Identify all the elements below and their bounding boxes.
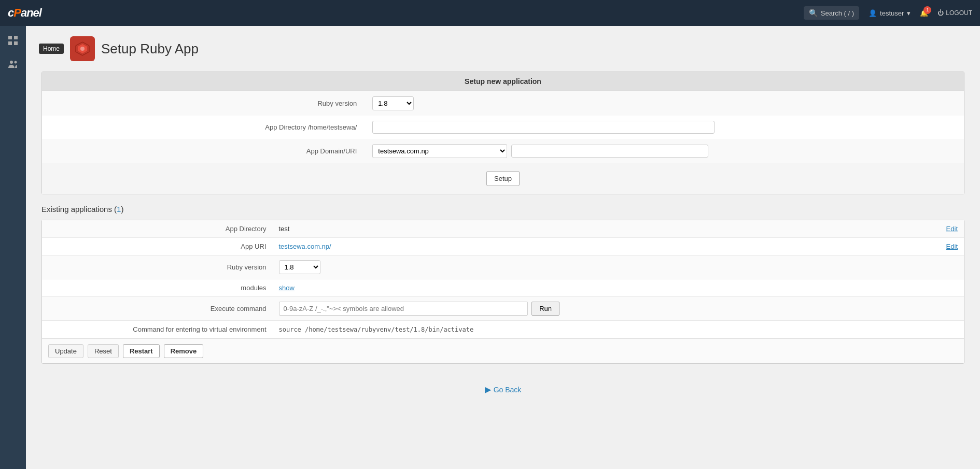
sidebar-grid-icon[interactable]: [4, 31, 22, 50]
setup-button[interactable]: Setup: [486, 171, 520, 186]
setup-panel: Setup new application Ruby version 1.8 2…: [41, 72, 964, 194]
sidebar-users-icon[interactable]: [4, 55, 22, 74]
existing-apps-count[interactable]: 1: [117, 205, 121, 214]
setup-button-row: Setup: [42, 163, 964, 194]
venv-value-cell: source /home/testsewa/rubyvenv/test/1.8/…: [273, 321, 964, 338]
ruby-version-existing-row: Ruby version 1.8 2.0 2.1: [42, 255, 964, 279]
update-button[interactable]: Update: [48, 344, 83, 358]
modules-show-link[interactable]: show: [279, 284, 295, 292]
execute-action-cell: [912, 297, 964, 321]
app-domain-value-cell: testsewa.com.np: [365, 139, 964, 163]
search-box[interactable]: 🔍 Search ( / ): [804, 6, 859, 20]
ruby-version-value-cell: 1.8 2.0 2.1 2.2 2.3: [365, 91, 964, 116]
top-navigation: cPanel 🔍 Search ( / ) 👤 testuser ▾ 🔔 1 ⏻…: [0, 0, 980, 26]
app-dir-row-label: App Directory: [42, 220, 273, 238]
logout-label: LOGOUT: [946, 9, 972, 17]
app-directory-row: App Directory /home/testsewa/: [42, 116, 964, 139]
go-back-area: ▶ Go Back: [41, 374, 964, 405]
notification-bell[interactable]: 🔔 1: [920, 9, 928, 17]
svg-point-8: [80, 47, 85, 51]
venv-text: source /home/testsewa/rubyvenv/test/1.8/…: [279, 326, 474, 333]
svg-rect-3: [14, 41, 18, 45]
app-uri-input[interactable]: [511, 145, 708, 158]
svg-point-5: [15, 61, 17, 64]
user-name: testuser: [880, 9, 904, 17]
setup-form-table: Ruby version 1.8 2.0 2.1 2.2 2.3: [42, 91, 964, 163]
go-back-link[interactable]: ▶ Go Back: [485, 385, 522, 394]
go-back-label: Go Back: [494, 386, 522, 394]
app-dir-row: App Directory test Edit: [42, 220, 964, 238]
page-title: Setup Ruby App: [101, 41, 199, 57]
modules-label: modules: [42, 279, 273, 297]
setup-panel-header: Setup new application: [42, 72, 964, 91]
venv-label: Command for entering to virtual environm…: [42, 321, 273, 338]
app-uri-edit-cell: Edit: [912, 238, 964, 255]
app-domain-row: App Domain/URI testsewa.com.np: [42, 139, 964, 163]
app-uri-edit-link[interactable]: Edit: [946, 243, 958, 250]
svg-rect-1: [14, 36, 18, 39]
app-uri-row-label: App URI: [42, 238, 273, 255]
restart-button[interactable]: Restart: [123, 344, 160, 358]
existing-apps-panel: App Directory test Edit App URI testsewa…: [41, 220, 964, 364]
app-domain-label: App Domain/URI: [42, 139, 365, 163]
ruby-version-action-cell: [912, 255, 964, 279]
existing-ruby-version-select[interactable]: 1.8 2.0 2.1: [279, 260, 320, 274]
reset-button[interactable]: Reset: [88, 344, 119, 358]
ruby-version-select[interactable]: 1.8 2.0 2.1 2.2 2.3: [372, 96, 414, 110]
sidebar: [0, 26, 26, 469]
app-domain-select[interactable]: testsewa.com.np: [372, 144, 507, 158]
action-bar: Update Reset Restart Remove: [42, 338, 964, 363]
setup-panel-body: Ruby version 1.8 2.0 2.1 2.2 2.3: [42, 91, 964, 194]
app-dir-edit-link[interactable]: Edit: [946, 225, 958, 233]
ruby-app-icon: [70, 36, 95, 61]
app-dir-row-value: test: [273, 220, 912, 238]
go-back-icon: ▶: [485, 385, 491, 394]
home-tooltip: Home: [39, 44, 64, 54]
execute-command-label: Execute command: [42, 297, 273, 321]
user-menu[interactable]: 👤 testuser ▾: [869, 9, 911, 17]
existing-apps-title: Existing applications (1): [41, 205, 964, 214]
svg-rect-2: [8, 41, 12, 45]
existing-apps-table: App Directory test Edit App URI testsewa…: [42, 220, 964, 338]
nav-right: 🔍 Search ( / ) 👤 testuser ▾ 🔔 1 ⏻ LOGOUT: [804, 6, 972, 20]
app-directory-value-cell: [365, 116, 964, 139]
search-label: Search ( / ): [821, 9, 854, 17]
execute-command-row: Execute command Run: [42, 297, 964, 321]
notification-badge: 1: [923, 6, 931, 14]
modules-action-cell: [912, 279, 964, 297]
dropdown-icon: ▾: [907, 9, 911, 17]
logout-button[interactable]: ⏻ LOGOUT: [937, 9, 972, 17]
ruby-version-existing-label: Ruby version: [42, 255, 273, 279]
main-content: Home Setup Ruby App Setup new applicatio…: [26, 26, 980, 469]
page-title-area: Home Setup Ruby App: [41, 36, 964, 61]
ruby-version-row: Ruby version 1.8 2.0 2.1 2.2 2.3: [42, 91, 964, 116]
svg-rect-0: [8, 36, 12, 39]
cpanel-logo: cPanel: [8, 6, 41, 20]
execute-command-value-cell: Run: [273, 297, 912, 321]
venv-row: Command for entering to virtual environm…: [42, 321, 964, 338]
ruby-version-existing-value: 1.8 2.0 2.1: [273, 255, 912, 279]
app-uri-row-value: testsewa.com.np/: [273, 238, 912, 255]
modules-show-cell: show: [273, 279, 912, 297]
app-directory-input[interactable]: [372, 121, 715, 134]
existing-apps-label: Existing applications: [41, 205, 112, 214]
app-uri-link[interactable]: testsewa.com.np/: [279, 243, 331, 250]
app-uri-row: App URI testsewa.com.np/ Edit: [42, 238, 964, 255]
app-dir-edit-cell: Edit: [912, 220, 964, 238]
nav-left: cPanel: [8, 6, 41, 20]
run-button[interactable]: Run: [531, 302, 559, 316]
ruby-version-label: Ruby version: [42, 91, 365, 116]
modules-row: modules show: [42, 279, 964, 297]
execute-command-input[interactable]: [279, 302, 528, 316]
search-icon: 🔍: [809, 9, 818, 17]
logout-icon: ⏻: [937, 9, 944, 17]
svg-point-4: [10, 61, 13, 64]
remove-button[interactable]: Remove: [164, 344, 204, 358]
user-icon: 👤: [869, 9, 877, 17]
app-directory-label: App Directory /home/testsewa/: [42, 116, 365, 139]
